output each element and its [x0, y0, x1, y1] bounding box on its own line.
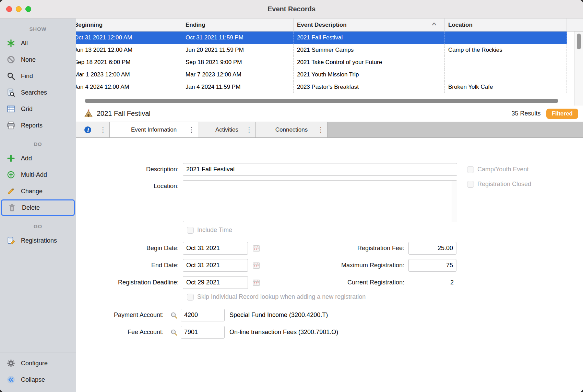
table-header-row: Beginning Ending Event Description ^ Loc… [76, 19, 583, 32]
begin-date-input[interactable] [183, 242, 248, 255]
registration-closed-checkbox[interactable] [467, 181, 474, 188]
cell-location [445, 56, 567, 69]
account-lookup-icon[interactable] [170, 311, 178, 319]
calendar-icon[interactable] [252, 278, 261, 287]
cell-beginning: Jun 13 2021 12:00 AM [76, 44, 182, 56]
column-header-event-description[interactable]: Event Description ^ [294, 19, 445, 31]
sidebar-item-configure[interactable]: Configure [0, 355, 76, 371]
include-time-checkbox[interactable] [187, 227, 194, 234]
cell-beginning: Oct 31 2021 12:00 AM [76, 32, 182, 44]
tab-menu-icon[interactable]: ⋮ [100, 126, 106, 134]
record-title: 2021 Fall Festival [97, 110, 151, 118]
zoom-button[interactable] [25, 6, 31, 12]
maximum-registration-input[interactable] [408, 259, 456, 272]
sort-ascending-icon: ^ [431, 22, 436, 28]
window-title: Event Records [267, 5, 316, 13]
event-table: Beginning Ending Event Description ^ Loc… [76, 19, 583, 106]
end-date-input[interactable] [183, 259, 248, 272]
table-row[interactable]: Sep 18 2021 6:00 PM Sep 18 2021 9:00 PM … [76, 56, 583, 69]
account-lookup-icon[interactable] [170, 328, 178, 336]
tab-menu-icon[interactable]: ⋮ [246, 126, 252, 134]
location-textarea[interactable] [183, 180, 457, 222]
cell-filler [567, 32, 574, 44]
tab-info[interactable]: i ⋮ [76, 122, 110, 137]
event-flags: Camp/Youth Event Registration Closed [467, 166, 531, 188]
table-row[interactable]: Mar 1 2023 12:00 AM Mar 7 2023 12:00 AM … [76, 69, 583, 81]
circled-plus-icon [6, 170, 15, 180]
sidebar-item-label: Multi-Add [21, 171, 47, 179]
filtered-badge[interactable]: Filtered [546, 109, 578, 119]
payment-account-input[interactable] [181, 309, 225, 321]
table-row[interactable]: Oct 31 2021 12:00 AM Oct 31 2021 11:59 P… [76, 32, 583, 44]
skip-lookup-checkbox[interactable] [187, 294, 194, 301]
cell-filler [567, 56, 574, 69]
tab-menu-icon[interactable]: ⋮ [318, 126, 324, 134]
sidebar-item-delete[interactable]: Delete [1, 199, 75, 216]
sidebar-item-reports[interactable]: Reports [0, 117, 76, 134]
description-label: Description: [76, 166, 183, 173]
cell-filler [567, 44, 574, 56]
sidebar-item-add[interactable]: Add [0, 150, 76, 167]
registration-deadline-label: Registration Deadline: [76, 279, 183, 286]
maximum-registration-label: Maximum Registration: [261, 262, 408, 269]
tab-menu-icon[interactable]: ⋮ [188, 126, 195, 134]
saved-search-icon [6, 88, 15, 97]
registration-deadline-input[interactable] [183, 276, 248, 289]
cell-beginning: Mar 1 2023 12:00 AM [76, 69, 182, 81]
close-button[interactable] [6, 6, 12, 12]
column-header-beginning[interactable]: Beginning [76, 19, 182, 31]
column-header-ending[interactable]: Ending [182, 19, 294, 31]
sidebar-item-grid[interactable]: Grid [0, 101, 76, 117]
fee-account-input[interactable] [181, 326, 225, 339]
tab-bar: i ⋮ Event Information ⋮ Activities ⋮ Con… [76, 122, 583, 138]
vertical-scrollbar-thumb[interactable] [577, 34, 581, 49]
printer-icon [6, 121, 15, 130]
sidebar-item-find[interactable]: Find [0, 68, 76, 84]
sidebar-item-change[interactable]: Change [0, 183, 76, 199]
table-body: Oct 31 2021 12:00 AM Oct 31 2021 11:59 P… [76, 32, 583, 106]
sidebar-item-label: Collapse [21, 376, 45, 383]
trash-icon [7, 203, 16, 212]
sidebar-item-registrations[interactable]: Registrations [0, 232, 76, 249]
sidebar-item-collapse[interactable]: Collapse [0, 371, 76, 388]
plus-icon [6, 154, 15, 163]
event-records-window: Event Records SHOW All None Fi [0, 0, 583, 392]
camp-youth-event-checkbox[interactable] [467, 166, 474, 173]
calendar-icon[interactable] [252, 244, 261, 253]
results-count: 35 Results [512, 110, 541, 117]
registration-fee-input[interactable] [408, 242, 456, 255]
cell-ending: Oct 31 2021 11:59 PM [182, 32, 294, 44]
tab-connections[interactable]: Connections ⋮ [256, 122, 328, 137]
table-row[interactable]: Jun 13 2021 12:00 AM Jun 20 2021 11:59 P… [76, 44, 583, 56]
description-input[interactable] [183, 163, 457, 176]
vertical-scrollbar [574, 32, 583, 106]
calendar-icon[interactable] [252, 261, 261, 270]
minimize-button[interactable] [16, 6, 22, 12]
registration-closed-label: Registration Closed [477, 181, 531, 188]
location-label: Location: [76, 180, 183, 190]
cell-location [445, 69, 567, 81]
include-time-label: Include Time [197, 226, 232, 234]
horizontal-scrollbar-thumb[interactable] [85, 99, 558, 103]
pencil-icon [6, 187, 15, 196]
sidebar-item-multi-add[interactable]: Multi-Add [0, 167, 76, 183]
sidebar-item-label: None [21, 56, 36, 63]
sidebar-item-label: Searches [21, 89, 47, 96]
magnifier-icon [6, 72, 15, 81]
textarea-scrollbar[interactable] [452, 181, 457, 222]
cell-ending: Sep 18 2021 9:00 PM [182, 56, 294, 69]
sidebar-item-all[interactable]: All [0, 35, 76, 51]
cell-location: Camp of the Rockies [445, 44, 567, 56]
current-registration-label: Current Registration: [261, 279, 408, 286]
sidebar-item-label: Add [21, 155, 32, 162]
tab-event-information[interactable]: Event Information ⋮ [110, 122, 198, 137]
sidebar-item-searches[interactable]: Searches [0, 84, 76, 101]
column-header-location[interactable]: Location [445, 19, 567, 31]
cell-beginning: Jan 4 2024 12:00 AM [76, 81, 182, 93]
info-icon: i [84, 126, 92, 134]
table-row[interactable]: Jan 4 2024 12:00 AM Jan 4 2024 11:59 PM … [76, 81, 583, 93]
cell-description: 2021 Fall Festival [294, 32, 445, 44]
sidebar-item-none[interactable]: None [0, 51, 76, 68]
no-entry-icon [6, 55, 15, 64]
tab-activities[interactable]: Activities ⋮ [198, 122, 256, 137]
